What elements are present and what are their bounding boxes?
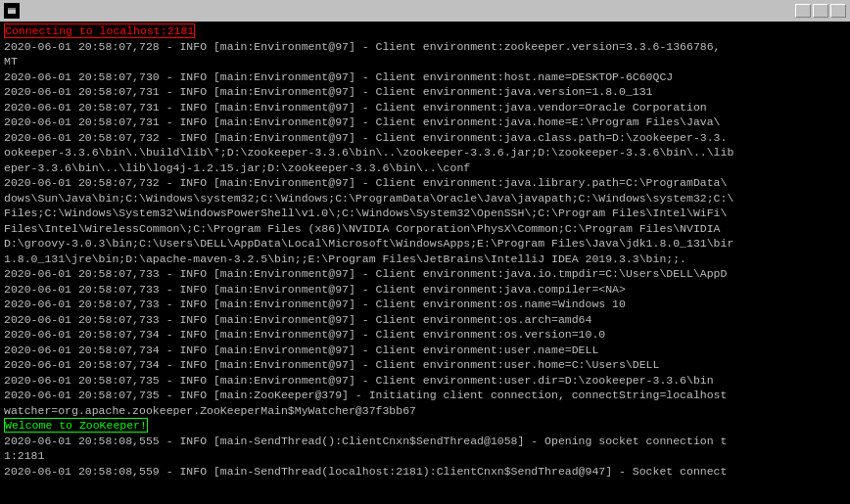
- terminal-line: 2020-06-01 20:58:07,728 - INFO [main:Env…: [4, 39, 846, 55]
- terminal-line: D:\groovy-3.0.3\bin;C:\Users\DELL\AppDat…: [4, 236, 846, 252]
- terminal-line: Welcome to ZooKeeper!: [4, 418, 846, 434]
- terminal-line: 2020-06-01 20:58:07,735 - INFO [main:Env…: [4, 373, 846, 389]
- terminal-line: 2020-06-01 20:58:08,555 - INFO [main-Sen…: [4, 434, 846, 449]
- terminal-line: 2020-06-01 20:58:07,734 - INFO [main:Env…: [4, 357, 846, 373]
- terminal-line: 2020-06-01 20:58:08,559 - INFO [main-Sen…: [4, 464, 846, 480]
- terminal-line: 2020-06-01 20:58:07,733 - INFO [main:Env…: [4, 282, 846, 298]
- terminal-line: 2020-06-01 20:58:07,731 - INFO [main:Env…: [4, 115, 846, 130]
- terminal-line: dows\Sun\Java\bin;C:\Windows\system32;C:…: [4, 191, 846, 206]
- terminal-output: Connecting to localhost:21812020-06-01 2…: [0, 22, 850, 504]
- terminal-line: 2020-06-01 20:58:07,733 - INFO [main:Env…: [4, 312, 846, 328]
- close-button[interactable]: [830, 4, 846, 18]
- window-icon: [4, 3, 20, 19]
- terminal-line: 1:2181: [4, 448, 846, 464]
- title-bar: [0, 0, 850, 22]
- terminal-line: 2020-06-01 20:58:07,731 - INFO [main:Env…: [4, 84, 846, 100]
- terminal-line: 2020-06-01 20:58:07,732 - INFO [main:Env…: [4, 130, 846, 146]
- cmd-window: Connecting to localhost:21812020-06-01 2…: [0, 0, 850, 504]
- terminal-line: watcher=org.apache.zookeeper.ZooKeeperMa…: [4, 403, 846, 419]
- terminal-line: 2020-06-01 20:58:07,733 - INFO [main:Env…: [4, 297, 846, 312]
- terminal-line: eper-3.3.6\bin\..\lib\log4j-1.2.15.jar;D…: [4, 160, 846, 176]
- terminal-line: 2020-06-01 20:58:07,731 - INFO [main:Env…: [4, 100, 846, 115]
- terminal-line: 2020-06-01 20:58:07,735 - INFO [main:Zoo…: [4, 388, 846, 403]
- svg-rect-2: [8, 8, 16, 10]
- terminal-line: MT: [4, 54, 846, 69]
- terminal-line: Connecting to localhost:2181: [4, 23, 846, 39]
- maximize-button[interactable]: [813, 4, 828, 18]
- terminal-line: 2020-06-01 20:58:07,732 - INFO [main:Env…: [4, 175, 846, 191]
- terminal-line: 1.8.0_131\jre\bin;D:\apache-maven-3.2.5\…: [4, 252, 846, 267]
- terminal-line: Files;C:\Windows\System32\WindowsPowerSh…: [4, 206, 846, 221]
- terminal-line: 2020-06-01 20:58:07,734 - INFO [main:Env…: [4, 327, 846, 343]
- minimize-button[interactable]: [795, 4, 811, 18]
- terminal-line: 2020-06-01 20:58:07,730 - INFO [main:Env…: [4, 69, 846, 85]
- terminal-line: Files\Intel\WirelessCommon\;C:\Program F…: [4, 221, 846, 237]
- terminal-line: 2020-06-01 20:58:07,734 - INFO [main:Env…: [4, 343, 846, 358]
- terminal-line: 2020-06-01 20:58:07,733 - INFO [main:Env…: [4, 266, 846, 282]
- window-controls: [795, 4, 846, 18]
- terminal-line: ookeeper-3.3.6\bin\.\build\lib\*;D:\zook…: [4, 145, 846, 160]
